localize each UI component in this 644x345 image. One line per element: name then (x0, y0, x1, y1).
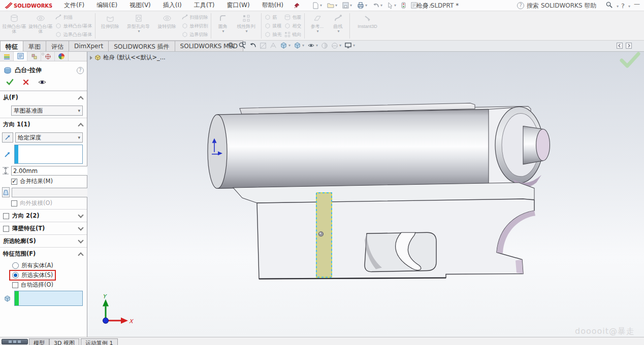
new-file-button[interactable] (311, 2, 324, 10)
rebuild-button[interactable] (400, 2, 407, 9)
tab-solidworks-addins[interactable]: SOLIDWORKS 插件 (108, 41, 175, 51)
section-selected-contours[interactable]: 所选轮廓(S) (0, 234, 87, 247)
all-bodies-radio[interactable] (12, 262, 19, 269)
apply-scene-icon[interactable] (331, 42, 341, 49)
help-caret[interactable] (627, 2, 630, 9)
hide-show-items-icon[interactable] (307, 42, 318, 49)
search-scope-caret[interactable] (616, 2, 619, 9)
bottom-tab-3d-views[interactable]: 3D 视图 (49, 338, 79, 345)
selected-bodies-radio[interactable] (12, 272, 19, 279)
wrap-button[interactable]: 包覆 (283, 13, 303, 22)
preview-eye-button[interactable] (38, 79, 46, 87)
collapse-pane-right-icon[interactable] (626, 43, 632, 49)
extruded-boss-button[interactable]: 拉伸凸台/基体 (1, 12, 27, 40)
mirror-button[interactable]: 镜向 (283, 30, 303, 39)
intersect-button[interactable]: 相交 (283, 22, 303, 30)
edit-appearance-icon[interactable] (321, 42, 328, 49)
dynamic-annotation-icon[interactable] (270, 42, 277, 49)
swept-cut-button[interactable]: 扫描切除 (180, 13, 209, 22)
bodies-selection-box[interactable] (14, 291, 83, 306)
revolved-boss-button[interactable]: 旋转凸台/基体 (27, 12, 54, 40)
model-trigger-guard[interactable] (365, 232, 436, 271)
extruded-cut-button[interactable]: 拉伸切除 (97, 12, 123, 40)
previous-view-icon[interactable] (249, 42, 256, 49)
property-manager-tab[interactable] (14, 52, 27, 61)
model-barrel-cylinder[interactable] (208, 109, 489, 188)
pin-menu-icon[interactable] (294, 3, 300, 9)
tab-sketch[interactable]: 草图 (23, 41, 46, 51)
reverse-direction-button[interactable] (2, 132, 13, 143)
end-condition-dropdown[interactable]: 给定深度 (15, 132, 83, 143)
lofted-cut-button[interactable]: 放样切割 (180, 22, 209, 30)
shell-button[interactable]: 抽壳 (263, 30, 283, 39)
depth-input[interactable] (12, 166, 89, 175)
open-file-button[interactable] (326, 2, 339, 9)
feature-manager-tab[interactable] (0, 52, 14, 61)
menu-help[interactable]: 帮助(H) (256, 1, 289, 10)
direction-reference-selection-box[interactable] (14, 145, 83, 164)
model-pin-dot[interactable] (319, 232, 324, 236)
menu-window[interactable]: 窗口(W) (220, 1, 255, 10)
panel-splitter-handle[interactable] (42, 53, 44, 55)
section-thin-feature[interactable]: 薄壁特征(T) (0, 222, 87, 234)
boundary-boss-button[interactable]: 边界凸台/基体 (54, 30, 93, 39)
search-input[interactable] (527, 2, 603, 9)
lofted-boss-button[interactable]: 放样凸台/基体 (54, 22, 93, 30)
display-manager-tab[interactable] (55, 52, 69, 61)
minimize-button[interactable]: — (633, 1, 642, 11)
reference-geometry-button[interactable]: 参考... (306, 12, 329, 40)
bottom-tab-motion-study[interactable]: 运动算例 1 (81, 338, 118, 345)
ok-button[interactable] (6, 79, 14, 87)
instant3d-button[interactable]: Instant3D (351, 12, 384, 40)
section-view-icon[interactable] (260, 42, 267, 49)
section-feature-scope[interactable]: 特征范围(F) (0, 247, 87, 260)
select-button[interactable] (386, 2, 398, 9)
draft-button[interactable]: 拔模 (263, 22, 283, 30)
zoom-to-fit-icon[interactable] (228, 42, 235, 49)
direction2-checkbox[interactable] (3, 213, 9, 219)
curves-button[interactable]: 曲线 (329, 12, 348, 40)
thin-feature-checkbox[interactable] (3, 226, 9, 232)
model-muzzle[interactable] (489, 107, 550, 187)
flyout-expand-icon[interactable] (90, 56, 92, 60)
draft-on-off-button[interactable] (2, 187, 10, 197)
window-split-control[interactable] (2, 339, 28, 344)
from-condition-dropdown[interactable]: 草图基准面 (11, 106, 83, 116)
configuration-manager-tab[interactable] (27, 52, 41, 61)
hole-wizard-button[interactable]: 异型孔向导 (123, 12, 154, 40)
collapse-pane-left-icon[interactable] (617, 43, 623, 49)
section-direction1[interactable]: 方向 1(1) (0, 118, 87, 130)
merge-result-checkbox[interactable] (11, 179, 17, 185)
zoom-to-area-icon[interactable] (238, 42, 246, 49)
fillet-button[interactable]: 圆角 (213, 12, 233, 40)
menu-insert[interactable]: 插入(I) (157, 1, 188, 10)
bottom-tab-model[interactable]: 模型 (29, 338, 49, 345)
rib-button[interactable]: 筋 (263, 13, 283, 22)
pm-help-icon[interactable]: ? (77, 67, 84, 74)
confirmation-corner-check[interactable] (622, 54, 638, 66)
tab-evaluate[interactable]: 评估 (46, 41, 69, 51)
menu-file[interactable]: 文件(F) (58, 1, 90, 10)
linear-pattern-button[interactable]: 线性阵列 (233, 12, 260, 40)
view-settings-icon[interactable] (344, 42, 355, 49)
cancel-button[interactable] (23, 79, 29, 87)
save-button[interactable] (341, 2, 353, 9)
print-button[interactable] (356, 2, 369, 9)
undo-button[interactable] (371, 2, 384, 9)
view-orientation-icon[interactable] (280, 42, 291, 49)
display-style-icon[interactable] (294, 42, 304, 49)
tab-dimxpert[interactable]: DimXpert (69, 41, 109, 51)
section-direction2[interactable]: 方向 2(2) (0, 209, 87, 222)
flyout-feature-tree[interactable]: 枪身 (默认<<默认>_... (90, 54, 166, 61)
section-from[interactable]: 从(F) (0, 91, 87, 104)
boundary-cut-button[interactable]: 边界切除 (180, 30, 209, 39)
auto-select-checkbox[interactable] (12, 282, 18, 288)
menu-edit[interactable]: 编辑(E) (90, 1, 123, 10)
revolved-cut-button[interactable]: 旋转切除 (154, 12, 180, 40)
search-magnifier-icon[interactable] (605, 1, 613, 10)
tab-features[interactable]: 特征 (0, 41, 23, 51)
help-menu[interactable]: ? (621, 2, 625, 10)
menu-tools[interactable]: 工具(T) (188, 1, 221, 10)
graphics-viewport[interactable]: X Y 枪身 (默认<<默认>_... dooooit@暴走 (87, 52, 644, 337)
menu-view[interactable]: 视图(V) (123, 1, 157, 10)
